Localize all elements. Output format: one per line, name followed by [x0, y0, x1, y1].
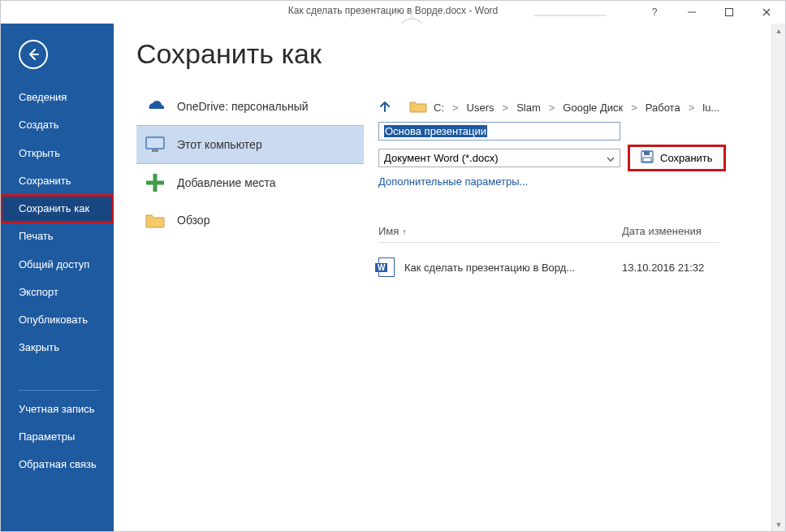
minimize-button[interactable] — [673, 1, 710, 24]
svg-rect-9 — [643, 158, 651, 162]
path-seg[interactable]: lu... — [702, 102, 719, 114]
location-this-pc[interactable]: Этот компьютер — [136, 125, 364, 164]
save-details-column: C:> Users> Slam> Google Диск> Работа> lu… — [364, 38, 785, 531]
close-button[interactable] — [748, 1, 785, 24]
path-seg[interactable]: C: — [434, 102, 444, 114]
sidebar-item-feedback[interactable]: Обратная связь — [1, 451, 114, 478]
scroll-up-icon[interactable]: ▲ — [772, 24, 785, 37]
sidebar-item-save[interactable]: Сохранить — [1, 167, 114, 195]
location-label: Обзор — [177, 214, 209, 227]
maximize-button[interactable] — [710, 1, 748, 24]
location-onedrive[interactable]: OneDrive: персональный — [136, 88, 364, 125]
location-browse[interactable]: Обзор — [136, 201, 364, 239]
sidebar-item-options[interactable]: Параметры — [1, 423, 114, 451]
path-seg[interactable]: Slam — [516, 102, 541, 114]
sidebar-item-saveas[interactable]: Сохранить как — [1, 195, 114, 223]
help-button[interactable]: ? — [636, 1, 673, 24]
filename-value: Основа презентации — [384, 125, 487, 137]
file-list-header: Имя ↑ Дата изменения — [378, 225, 719, 243]
main-panel: Сохранить как OneDrive: персональный Это… — [114, 24, 785, 531]
window-controls: ? — [636, 1, 785, 24]
folder-icon — [145, 210, 166, 231]
scroll-down-icon[interactable]: ▼ — [772, 517, 785, 531]
arrow-left-icon — [26, 47, 41, 62]
back-button[interactable] — [19, 40, 48, 69]
location-label: OneDrive: персональный — [177, 100, 309, 113]
file-row[interactable]: Как сделать презентацию в Ворд... 13.10.… — [378, 257, 719, 277]
sidebar-separator — [19, 390, 99, 391]
sidebar-item-print[interactable]: Печать — [1, 223, 114, 250]
save-button-label: Сохранить — [660, 152, 713, 164]
col-name[interactable]: Имя — [378, 225, 399, 237]
sidebar-item-open[interactable]: Открыть — [1, 140, 114, 167]
path-seg[interactable]: Users — [467, 102, 494, 114]
location-label: Этот компьютер — [177, 138, 262, 151]
backstage-body: Сведения Создать Открыть Сохранить Сохра… — [1, 24, 785, 531]
backstage-sidebar: Сведения Создать Открыть Сохранить Сохра… — [1, 24, 114, 531]
sidebar-item-account[interactable]: Учетная запись — [1, 396, 114, 423]
word-doc-icon — [378, 257, 395, 277]
filetype-value: Документ Word (*.docx) — [384, 152, 499, 164]
page-heading: Сохранить как — [136, 38, 364, 70]
computer-icon — [145, 134, 166, 155]
locations-column: Сохранить как OneDrive: персональный Это… — [136, 38, 364, 531]
file-modified: 13.10.2016 21:32 — [622, 262, 704, 274]
svg-rect-5 — [148, 139, 162, 147]
file-name: Как сделать презентацию в Ворд... — [404, 262, 575, 274]
path-row: C:> Users> Slam> Google Диск> Работа> lu… — [378, 100, 762, 115]
chevron-down-icon — [607, 152, 615, 164]
folder-open-icon[interactable] — [409, 100, 427, 115]
more-options-link[interactable]: Дополнительные параметры... — [378, 175, 762, 188]
location-label: Добавление места — [177, 176, 276, 189]
onedrive-icon — [145, 96, 166, 117]
save-button[interactable]: Сохранить — [628, 145, 725, 171]
path-seg[interactable]: Работа — [646, 102, 680, 114]
location-add-place[interactable]: Добавление места — [136, 164, 364, 201]
filetype-select[interactable]: Документ Word (*.docx) — [378, 149, 620, 167]
sidebar-item-new[interactable]: Создать — [1, 111, 114, 139]
svg-rect-3 — [726, 9, 733, 16]
sort-asc-icon: ↑ — [402, 227, 407, 236]
plus-icon — [145, 172, 166, 193]
svg-rect-8 — [644, 151, 650, 155]
vertical-scrollbar[interactable]: ▲ ▼ — [771, 24, 785, 531]
sidebar-item-publish[interactable]: Опубликовать — [1, 306, 114, 334]
up-arrow-icon[interactable] — [378, 100, 391, 115]
path-seg[interactable]: Google Диск — [563, 102, 623, 114]
col-modified[interactable]: Дата изменения — [622, 225, 702, 237]
filename-input[interactable]: Основа презентации — [378, 122, 620, 141]
titlebar: Как сделать презентацию в Ворде.docx - W… — [1, 1, 785, 24]
sidebar-item-export[interactable]: Экспорт — [1, 279, 114, 306]
svg-rect-6 — [152, 149, 158, 152]
word-backstage-window: Как сделать презентацию в Ворде.docx - W… — [0, 0, 786, 532]
save-icon — [641, 150, 654, 166]
sidebar-item-info[interactable]: Сведения — [1, 84, 114, 111]
sidebar-item-close[interactable]: Закрыть — [1, 334, 114, 361]
sidebar-item-share[interactable]: Общий доступ — [1, 251, 114, 279]
